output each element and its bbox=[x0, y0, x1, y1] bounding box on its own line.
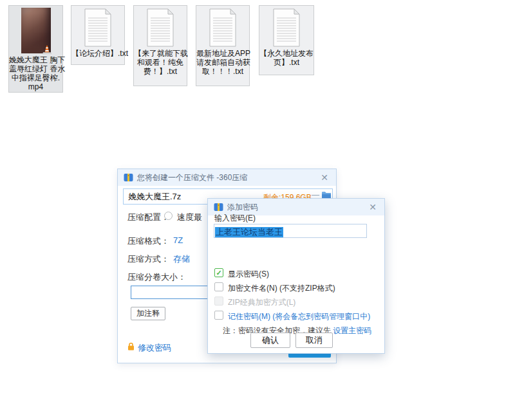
file-label: 费！】.txt bbox=[134, 67, 187, 76]
file-label: 和观看！纯免 bbox=[134, 58, 187, 67]
text-file-icon bbox=[82, 8, 114, 47]
file-txt-latest-address[interactable]: 最新地址及APP 请发邮箱自动获 取！！！.txt bbox=[196, 5, 250, 86]
close-icon[interactable]: ✕ bbox=[319, 172, 330, 183]
set-master-password-link[interactable]: 设置主密码 bbox=[333, 326, 371, 335]
compress-config-label: 压缩配置： bbox=[127, 212, 169, 223]
360zip-app-icon bbox=[214, 203, 223, 212]
file-label: 中指裸足臀榨. bbox=[9, 73, 62, 82]
speed-radio[interactable] bbox=[164, 212, 173, 220]
encrypt-filename-label: 加密文件名(N) (不支持ZIP格式) bbox=[228, 283, 335, 294]
text-file-icon bbox=[207, 8, 239, 47]
checkbox-unchecked-icon[interactable] bbox=[214, 282, 223, 291]
file-txt-permanent-address[interactable]: 【永久地址发布 页】.txt bbox=[259, 5, 314, 75]
file-label: 【永久地址发布 bbox=[259, 49, 314, 58]
checkbox-unchecked-icon[interactable] bbox=[214, 311, 223, 320]
lock-icon bbox=[127, 342, 135, 351]
file-label: 最新地址及APP bbox=[196, 49, 249, 58]
close-icon[interactable]: ✕ bbox=[367, 201, 379, 213]
file-label: 娩娩大魔王 胸下 bbox=[9, 55, 62, 64]
file-label: 取！！！.txt bbox=[196, 67, 249, 76]
vlc-cone-icon bbox=[41, 43, 53, 55]
password-dialog-title: 添加密码 bbox=[227, 202, 258, 213]
file-video[interactable]: 娩娩大魔王 胸下 盖辱红绿灯 香水 中指裸足臀榨. mp4 bbox=[8, 5, 63, 93]
password-input[interactable]: 上老王论坛当老王 bbox=[214, 224, 367, 238]
compress-dialog-titlebar[interactable]: 您将创建一个压缩文件 -360压缩 ✕ bbox=[118, 169, 336, 186]
text-file-icon bbox=[144, 8, 176, 47]
confirm-button[interactable]: 确认 bbox=[250, 333, 290, 348]
file-label: 【论坛介绍】.txt bbox=[71, 49, 124, 58]
file-label: 请发邮箱自动获 bbox=[196, 58, 249, 67]
compress-config-option[interactable]: 速度最 bbox=[177, 212, 202, 223]
file-txt-forum-intro[interactable]: 【论坛介绍】.txt bbox=[71, 5, 125, 65]
video-thumbnail bbox=[21, 8, 51, 53]
compress-format-label: 压缩格式： bbox=[127, 235, 169, 247]
compress-format-value[interactable]: 7Z bbox=[173, 235, 183, 245]
volume-size-label: 压缩分卷大小： bbox=[127, 271, 186, 283]
show-password-label: 显示密码(S) bbox=[228, 269, 269, 280]
compress-dialog-title: 您将创建一个压缩文件 -360压缩 bbox=[137, 172, 247, 183]
file-label: 【来了就能下载 bbox=[134, 49, 187, 58]
file-txt-download-watch[interactable]: 【来了就能下载 和观看！纯免 费！】.txt bbox=[133, 5, 187, 86]
add-comment-button[interactable]: 加注释 bbox=[131, 307, 165, 320]
file-label: 盖辱红绿灯 香水 bbox=[9, 64, 62, 73]
360zip-app-icon bbox=[124, 173, 133, 182]
text-file-icon bbox=[270, 8, 303, 47]
modify-password-link[interactable]: 修改密码 bbox=[138, 342, 171, 354]
add-password-dialog: 添加密码 ✕ 输入密码(E) 上老王论坛当老王 显示密码(S) 加密文件名(N)… bbox=[207, 198, 385, 354]
checkbox-disabled-icon bbox=[214, 297, 223, 306]
compress-method-label: 压缩方式： bbox=[127, 253, 169, 265]
remember-password-label: 记住密码(M) (将会备忘到密码管理窗口中) bbox=[228, 311, 370, 322]
checkbox-checked-icon[interactable] bbox=[214, 268, 223, 277]
file-label: mp4 bbox=[9, 82, 62, 91]
password-input-label: 输入密码(E) bbox=[214, 213, 256, 224]
compress-method-value[interactable]: 存储 bbox=[173, 253, 190, 265]
file-label: 页】.txt bbox=[259, 58, 314, 67]
selected-password-text: 上老王论坛当老王 bbox=[215, 227, 283, 237]
cancel-button[interactable]: 取消 bbox=[295, 333, 333, 348]
zip-classic-label: ZIP经典加密方式(L) bbox=[228, 297, 295, 308]
